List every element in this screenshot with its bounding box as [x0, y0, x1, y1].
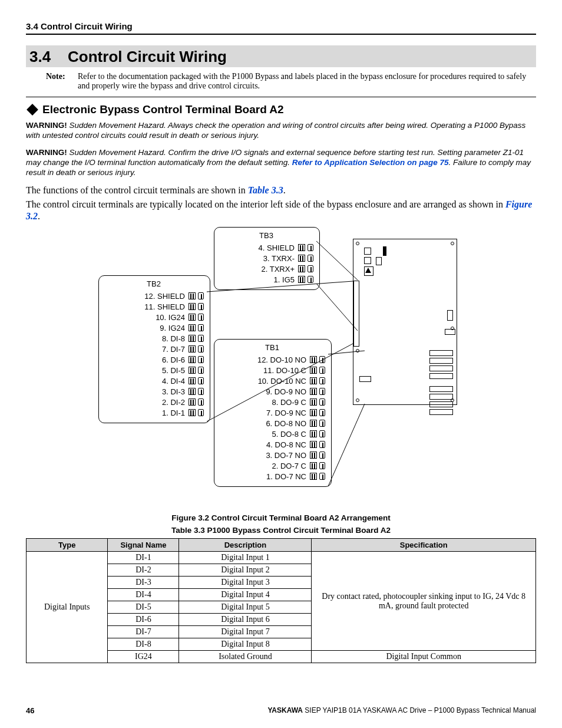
- tb1-label: 11. DO-10 C: [219, 366, 310, 375]
- tb2-row: 8. DI-8: [104, 333, 204, 344]
- terminal-icon: [310, 420, 317, 427]
- tb1-row: 10. DO-10 NC: [219, 375, 325, 386]
- board-component: [365, 268, 371, 273]
- screw-icon: [319, 420, 325, 427]
- table-caption: Table 3.3 P1000 Bypass Control Circuit T…: [26, 526, 536, 535]
- board-component: [383, 246, 386, 256]
- pcb-board: [353, 239, 457, 405]
- table-header-row: Type Signal Name Description Specificati…: [27, 539, 536, 552]
- screw-icon: [319, 367, 325, 374]
- cell-signal: DI-5: [108, 601, 179, 614]
- warning-link[interactable]: Refer to Application Selection on page 7…: [292, 158, 449, 167]
- cell-desc: Digital Input 1: [179, 552, 312, 564]
- terminal-icon: [310, 473, 317, 480]
- note-row: Note: Refer to the documentation package…: [46, 72, 536, 91]
- cell-spec: Digital Input Common: [312, 651, 536, 663]
- tb1-row: 9. DO-9 NO: [219, 386, 325, 397]
- tb2-label: 8. DI-8: [104, 334, 189, 343]
- tb2-label: 9. IG24: [104, 324, 189, 332]
- screw-icon: [198, 398, 204, 406]
- cell-desc: Digital Input 3: [179, 577, 312, 589]
- table-ref-link[interactable]: Table 3.3: [248, 185, 283, 195]
- tb2-row: 5. DI-5: [104, 365, 204, 375]
- cell-signal: IG24: [108, 651, 179, 663]
- terminal-icon: [310, 398, 317, 406]
- tb3-label: 1. IG5: [219, 275, 298, 284]
- terminal-icon: [310, 356, 317, 363]
- note-body: Refer to the documentation packaged with…: [78, 72, 536, 91]
- tb2-label: 12. SHIELD: [104, 292, 189, 301]
- tb1-label: 12. DO-10 NO: [219, 355, 310, 364]
- tb3-label: 2. TXRX+: [219, 265, 298, 274]
- board-component: [447, 310, 453, 321]
- tb1-label: 2. DO-7 C: [219, 462, 310, 470]
- svg-line-0: [316, 241, 358, 280]
- tb2-label: 1. DI-1: [104, 409, 189, 417]
- tb2-label: 3. DI-3: [104, 387, 189, 396]
- terminal-icon: [310, 409, 317, 416]
- tb1-row: 2. DO-7 C: [219, 460, 325, 471]
- terminal-icon: [310, 388, 317, 395]
- cell-type: Digital Inputs: [27, 552, 108, 663]
- board-component: [364, 248, 371, 255]
- terminal-icon: [189, 292, 196, 299]
- tb2-row: 3. DI-3: [104, 386, 204, 397]
- cell-desc: Digital Input 7: [179, 626, 312, 638]
- warning-2: WARNING! Sudden Movement Hazard. Confirm…: [26, 148, 536, 178]
- figure-wrap: TB3 4. SHIELD3. TXRX-2. TXRX+1. IG5 TB2 …: [26, 227, 536, 510]
- terminal-icon: [310, 441, 317, 448]
- screw-icon: [319, 452, 325, 459]
- tb3-row: 4. SHIELD: [219, 242, 313, 253]
- screw-icon: [198, 388, 204, 395]
- tb3-row: 2. TXRX+: [219, 263, 313, 274]
- tb1-row: 1. DO-7 NC: [219, 471, 325, 482]
- board-connector-left: [353, 281, 359, 347]
- board-component: [359, 376, 371, 382]
- footer-brand: YASKAWA: [267, 706, 303, 714]
- tb3-label: 3. TXRX-: [219, 254, 298, 263]
- tb1-row: 12. DO-10 NO: [219, 354, 325, 365]
- footer-source: YASKAWA SIEP YAIP1B 01A YASKAWA AC Drive…: [267, 706, 536, 715]
- terminals-table: Type Signal Name Description Specificati…: [26, 538, 536, 663]
- cell-desc: Digital Input 8: [179, 638, 312, 651]
- terminal-icon: [189, 303, 196, 310]
- screw-icon: [198, 335, 204, 342]
- warning-label: WARNING!: [26, 121, 67, 130]
- cell-desc: Isolated Ground: [179, 651, 312, 663]
- section-heading: Control Circuit Wiring: [68, 48, 227, 65]
- screw-icon: [319, 398, 325, 406]
- p1-pre: The functions of the control circuit ter…: [26, 185, 248, 195]
- tb2-label: 5. DI-5: [104, 366, 189, 375]
- figure-caption: Figure 3.2 Control Circuit Terminal Boar…: [26, 513, 536, 522]
- screw-icon: [198, 409, 204, 416]
- th-desc: Description: [179, 539, 312, 552]
- terminal-block-tb3: TB3 4. SHIELD3. TXRX-2. TXRX+1. IG5: [214, 227, 320, 290]
- terminal-icon: [189, 388, 196, 395]
- board-component: [376, 257, 382, 265]
- cell-desc: Digital Input 6: [179, 614, 312, 626]
- p2-pre: The control circuit terminals are typica…: [26, 199, 505, 209]
- p1-post: .: [283, 185, 286, 195]
- terminal-icon: [310, 462, 317, 469]
- terminal-icon: [298, 276, 305, 283]
- cell-desc: Digital Input 4: [179, 589, 312, 601]
- svg-line-1: [316, 284, 358, 331]
- terminal-block-tb2: TB2 12. SHIELD11. SHIELD10. IG249. IG248…: [98, 275, 210, 423]
- screw-icon: [198, 303, 204, 310]
- terminal-icon: [189, 335, 196, 342]
- terminal-icon: [298, 265, 305, 272]
- cell-signal: DI-4: [108, 589, 179, 601]
- screw-icon: [319, 473, 325, 480]
- warning-1: WARNING! Sudden Movement Hazard. Always …: [26, 121, 536, 141]
- terminal-icon: [189, 324, 196, 331]
- screw-icon: [319, 388, 325, 395]
- figure-diagram: TB3 4. SHIELD3. TXRX-2. TXRX+1. IG5 TB2 …: [98, 227, 464, 510]
- tb2-row: 12. SHIELD: [104, 291, 204, 301]
- screw-icon: [319, 377, 325, 384]
- screw-icon: [308, 255, 313, 262]
- screw-icon: [308, 265, 313, 272]
- table-row: Digital InputsDI-1Digital Input 1Dry con…: [27, 552, 536, 564]
- tb1-label: 9. DO-9 NO: [219, 387, 310, 396]
- tb1-label: 5. DO-8 C: [219, 430, 310, 439]
- screw-icon: [319, 430, 325, 437]
